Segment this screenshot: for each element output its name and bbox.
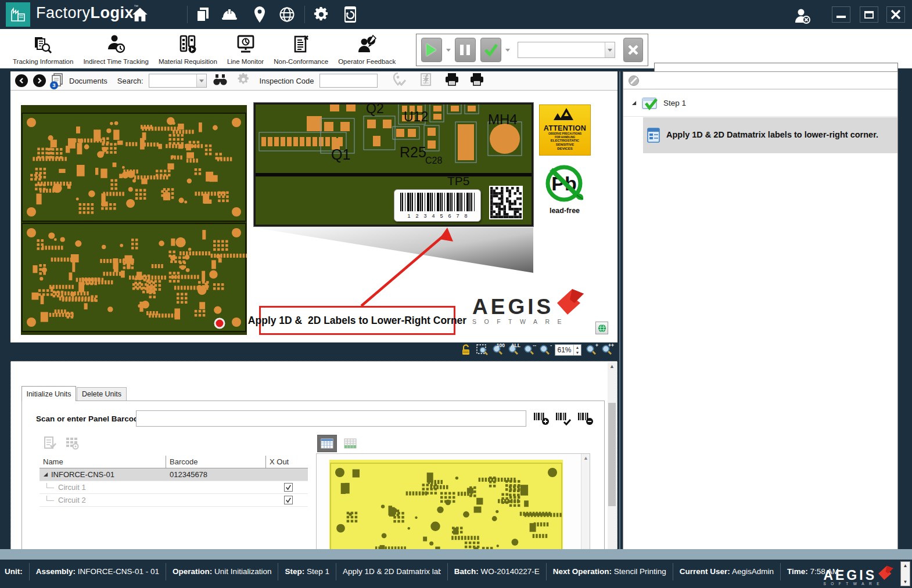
circuit-name: Circuit 2 (58, 496, 86, 504)
hardhat-icon[interactable] (221, 6, 238, 23)
step-instruction-item[interactable]: Apply 1D & 2D Datmatrix labels to lower-… (623, 117, 897, 153)
step-expander-icon[interactable] (631, 100, 637, 106)
search-select[interactable] (149, 74, 207, 88)
pause-button[interactable] (455, 38, 476, 62)
zoom-level-spinner[interactable]: 61% ▲▼ (555, 344, 581, 356)
complete-button[interactable] (480, 38, 501, 62)
step-tree-item[interactable]: Step 1 (623, 90, 897, 117)
complete-options-caret[interactable] (505, 49, 510, 52)
tab-initialize-units[interactable]: Initialize Units (21, 386, 76, 401)
xout-checkbox[interactable] (284, 496, 293, 504)
print-labels-icon[interactable] (469, 73, 484, 89)
factorylogix-logo-icon (6, 2, 30, 27)
panel-barcode-input[interactable] (136, 410, 526, 427)
tree-connector (46, 483, 54, 488)
start-button[interactable] (421, 38, 442, 62)
refdes-label: Q1 (331, 146, 350, 163)
sync-device-icon[interactable] (342, 6, 359, 23)
column-name[interactable]: Name (40, 456, 166, 468)
factorylogix-window: FactoryLogix™ (0, 0, 912, 588)
settings-gear-icon[interactable] (313, 6, 330, 23)
panel-name: INFORCE-CNS-01 (51, 470, 114, 479)
scrollbar-thumb[interactable] (608, 403, 616, 506)
zoom-in-icon[interactable]: + (586, 344, 597, 356)
tab-delete-units[interactable]: Delete Units (77, 387, 127, 401)
maximize-button[interactable] (860, 6, 878, 23)
units-table[interactable]: Name Barcode X Out INFORCE-CNS-01 012345… (40, 456, 308, 507)
panel-preview-container[interactable]: ▲ ▼ (316, 453, 590, 556)
refdes-label: TP5 (447, 174, 470, 188)
forward-button[interactable] (33, 74, 46, 87)
zoom-in-fast-icon[interactable]: ++ (601, 344, 613, 356)
binoculars-icon[interactable] (212, 73, 228, 88)
back-button[interactable] (15, 74, 28, 87)
zoom-out-fast-icon[interactable]: -- (523, 344, 535, 356)
table-row-circuit[interactable]: Circuit 2 (40, 494, 308, 507)
circuit-name: Circuit 1 (58, 483, 86, 492)
work-instruction-viewer[interactable]: Q2 U12 MH4 Q1 R25 C28 TP5 12345678 ATTEN… (10, 91, 617, 342)
person-speech-icon (357, 34, 378, 57)
cancel-button[interactable] (623, 38, 643, 62)
inspection-code-input[interactable] (319, 74, 378, 88)
zoom-out-icon[interactable]: - (539, 344, 551, 356)
table-row-panel[interactable]: INFORCE-CNS-01 012345678 (40, 468, 308, 481)
operator-feedback-button[interactable]: Operator Feedback (338, 34, 396, 65)
start-options-caret[interactable] (446, 49, 451, 52)
language-globe-button[interactable] (595, 322, 608, 334)
column-barcode[interactable]: Barcode (166, 456, 266, 468)
refdes-label: U12 (404, 109, 428, 125)
pcb-panel-image (21, 105, 247, 335)
steps-toolbar (623, 72, 897, 89)
status-operation: Operation: Unit Initialization (173, 567, 271, 576)
print-icon[interactable] (444, 73, 459, 89)
map-pin-icon[interactable] (251, 6, 268, 23)
run-mode-select[interactable] (518, 42, 615, 58)
steps-panel: Step 1 Apply 1D & 2D Datmatrix labels to… (623, 71, 898, 556)
logout-user-icon[interactable] (793, 7, 811, 24)
refdes-label: R25 (400, 144, 426, 161)
run-mode-caret[interactable] (605, 42, 615, 57)
documents-stack-icon[interactable] (194, 6, 211, 23)
non-conformance-button[interactable]: Non-Conformance (274, 34, 328, 65)
column-xout[interactable]: X Out (266, 456, 307, 468)
search-caret[interactable] (196, 74, 206, 87)
unlock-icon[interactable] (461, 344, 472, 356)
barcode-add-icon[interactable] (533, 412, 550, 425)
statusbar-spinner[interactable]: ▲▼ (900, 561, 910, 586)
preview-scrollbar[interactable]: ▲ ▼ (581, 454, 590, 556)
status-bar: Unit: Assembly: INFORCE-CNS-01 - 01 Oper… (0, 560, 912, 588)
line-monitor-button[interactable]: Line Monitor (227, 34, 264, 65)
minimize-button[interactable] (832, 6, 850, 23)
zoom-spinner-arrows[interactable]: ▲▼ (573, 345, 581, 355)
documents-icon[interactable]: 3 (51, 73, 64, 88)
run-control-group (416, 34, 648, 66)
xout-checkbox[interactable] (284, 483, 293, 492)
home-icon[interactable] (131, 6, 149, 23)
close-button[interactable] (886, 6, 905, 23)
status-step: Step: Step 1 (285, 567, 329, 576)
barcode-remove-icon[interactable] (577, 412, 594, 425)
grid-settings-disabled-icon (65, 436, 79, 450)
view-top-side-button[interactable] (317, 435, 337, 452)
step-label: Step 1 (663, 99, 686, 107)
zoom-100-icon[interactable]: 100 (492, 344, 504, 356)
zoom-all-icon[interactable]: ALL (508, 344, 519, 356)
zoom-region-icon[interactable] (476, 344, 488, 356)
tracking-information-button[interactable]: Tracking Information (13, 34, 73, 65)
indirect-time-tracking-button[interactable]: Indirect Time Tracking (83, 34, 148, 65)
view-bottom-side-button[interactable] (340, 435, 360, 452)
table-row-circuit[interactable]: Circuit 1 (40, 481, 308, 494)
table-header-row[interactable]: Name Barcode X Out (40, 456, 308, 468)
aegis-statusbar-logo: AEGIS SOFTWARE (823, 568, 895, 586)
barcode-digits: 12345678 (402, 213, 472, 219)
panel-splitter[interactable] (619, 71, 620, 556)
panel-vertical-scrollbar[interactable]: ▲ ▼ (608, 362, 616, 555)
aegis-logo-text: AEGIS (472, 295, 554, 319)
barcode-verify-icon[interactable] (555, 412, 572, 425)
tracking-information-icon (33, 34, 53, 57)
initialize-units-group: Scan or enter Panel Barcode: Name Barcod (21, 401, 605, 556)
status-assembly: Assembly: INFORCE-CNS-01 - 01 (36, 567, 159, 576)
material-requisition-button[interactable]: Material Requisition (159, 34, 217, 65)
globe-icon[interactable] (278, 6, 296, 23)
expander-expanded-icon[interactable] (43, 472, 48, 477)
